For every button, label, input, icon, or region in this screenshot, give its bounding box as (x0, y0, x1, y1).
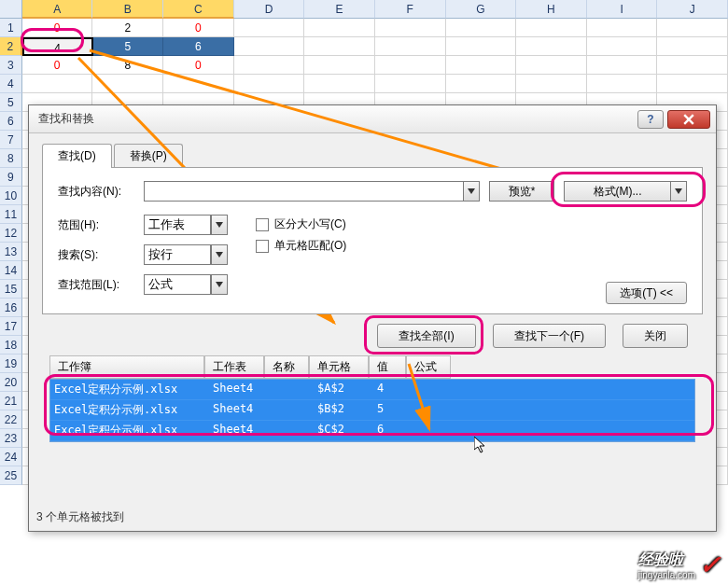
match-entire-checkbox[interactable] (256, 240, 269, 253)
row-header-4[interactable]: 4 (0, 75, 22, 93)
close-button[interactable]: 关闭 (623, 324, 688, 348)
cell-h4[interactable] (516, 75, 587, 93)
col-header-g[interactable]: G (446, 0, 517, 19)
col-cell[interactable]: 单元格 (309, 355, 369, 379)
cell-g4[interactable] (446, 75, 517, 93)
cell-e4[interactable] (304, 75, 375, 93)
preview-button[interactable]: 预览* (489, 181, 554, 202)
col-value[interactable]: 值 (369, 355, 406, 379)
row-header-18[interactable]: 18 (0, 336, 22, 355)
cell-j1[interactable] (657, 19, 728, 37)
cell-i1[interactable] (587, 19, 658, 37)
scope-select[interactable] (144, 215, 211, 235)
row-header-20[interactable]: 20 (0, 373, 22, 392)
col-formula[interactable]: 公式 (406, 355, 451, 379)
dialog-titlebar[interactable]: 查找和替换 ? (29, 105, 716, 133)
row-header-6[interactable]: 6 (0, 112, 22, 131)
cell-j3[interactable] (657, 56, 728, 75)
row-header-8[interactable]: 8 (0, 149, 22, 168)
cell-f2[interactable] (375, 37, 446, 56)
row-header-17[interactable]: 17 (0, 317, 22, 336)
cell-f4[interactable] (375, 75, 446, 93)
cell-i3[interactable] (587, 56, 658, 75)
cell-i4[interactable] (587, 75, 658, 93)
row-header-21[interactable]: 21 (0, 392, 22, 410)
tab-find[interactable]: 查找(D) (42, 144, 112, 168)
col-name[interactable]: 名称 (264, 355, 309, 379)
row-header-7[interactable]: 7 (0, 131, 22, 149)
cell-a2[interactable]: 4 (22, 37, 93, 56)
cell-d2[interactable] (234, 37, 305, 56)
find-all-button[interactable]: 查找全部(I) (377, 324, 475, 348)
col-header-i[interactable]: I (587, 0, 658, 19)
row-header-16[interactable]: 16 (0, 299, 22, 317)
cell-h3[interactable] (516, 56, 587, 75)
cell-c4[interactable] (163, 75, 234, 93)
cell-e1[interactable] (304, 19, 375, 37)
col-header-b[interactable]: B (92, 0, 163, 19)
cell-a4[interactable] (22, 75, 93, 93)
cell-i2[interactable] (587, 37, 658, 56)
lookin-dropdown[interactable] (211, 274, 228, 295)
row-header-2[interactable]: 2 (0, 37, 22, 56)
col-book[interactable]: 工作簿 (49, 355, 204, 379)
row-header-10[interactable]: 10 (0, 187, 22, 205)
cell-g1[interactable] (446, 19, 517, 37)
cell-b1[interactable]: 2 (92, 19, 163, 37)
select-all-corner[interactable] (0, 0, 22, 19)
cell-b2[interactable]: 5 (93, 37, 164, 56)
scope-dropdown[interactable] (211, 215, 228, 235)
cell-h2[interactable] (516, 37, 587, 56)
row-header-22[interactable]: 22 (0, 410, 22, 429)
row-header-12[interactable]: 12 (0, 224, 22, 243)
col-header-a[interactable]: A (22, 0, 93, 19)
cell-a3[interactable]: 0 (22, 56, 93, 75)
cell-f1[interactable] (375, 19, 446, 37)
cell-c2[interactable]: 6 (163, 37, 234, 56)
tab-replace[interactable]: 替换(P) (114, 144, 183, 168)
result-row[interactable]: Excel定积分示例.xlsxSheet4$A$24 (50, 380, 694, 400)
row-header-11[interactable]: 11 (0, 205, 22, 224)
cell-d4[interactable] (234, 75, 305, 93)
help-button[interactable]: ? (637, 110, 664, 129)
cell-h1[interactable] (516, 19, 587, 37)
result-row[interactable]: Excel定积分示例.xlsxSheet4$B$25 (50, 400, 694, 421)
search-dropdown[interactable] (211, 244, 228, 265)
row-header-19[interactable]: 19 (0, 355, 22, 373)
col-header-d[interactable]: D (234, 0, 305, 19)
match-case-checkbox[interactable] (256, 218, 269, 231)
cell-e3[interactable] (304, 56, 375, 75)
cell-g2[interactable] (446, 37, 517, 56)
cell-d1[interactable] (234, 19, 305, 37)
format-dropdown[interactable] (670, 181, 687, 202)
row-header-9[interactable]: 9 (0, 168, 22, 187)
row-header-23[interactable]: 23 (0, 429, 22, 448)
cell-j2[interactable] (657, 37, 728, 56)
cell-b3[interactable]: 8 (92, 56, 163, 75)
row-header-24[interactable]: 24 (0, 448, 22, 466)
format-button[interactable]: 格式(M)... (564, 181, 670, 202)
col-header-j[interactable]: J (657, 0, 728, 19)
cell-d3[interactable] (234, 56, 305, 75)
cell-g3[interactable] (446, 56, 517, 75)
result-row[interactable]: Excel定积分示例.xlsxSheet4$C$26 (50, 421, 694, 441)
row-header-3[interactable]: 3 (0, 56, 22, 75)
find-what-dropdown[interactable] (463, 181, 480, 202)
row-header-1[interactable]: 1 (0, 19, 22, 37)
options-button[interactable]: 选项(T) << (606, 282, 687, 304)
cell-c1[interactable]: 0 (163, 19, 234, 37)
cell-a1[interactable]: 0 (22, 19, 93, 37)
row-header-15[interactable]: 15 (0, 280, 22, 299)
cell-c3[interactable]: 0 (163, 56, 234, 75)
cell-j4[interactable] (657, 75, 728, 93)
lookin-select[interactable] (144, 274, 211, 295)
find-what-input[interactable] (144, 181, 463, 202)
row-header-13[interactable]: 13 (0, 243, 22, 261)
col-header-c[interactable]: C (163, 0, 234, 19)
cell-b4[interactable] (92, 75, 163, 93)
row-header-5[interactable]: 5 (0, 93, 22, 112)
close-window-button[interactable] (667, 110, 710, 129)
col-sheet[interactable]: 工作表 (204, 355, 264, 379)
results-body[interactable]: Excel定积分示例.xlsxSheet4$A$24Excel定积分示例.xls… (49, 379, 695, 442)
cell-f3[interactable] (375, 56, 446, 75)
